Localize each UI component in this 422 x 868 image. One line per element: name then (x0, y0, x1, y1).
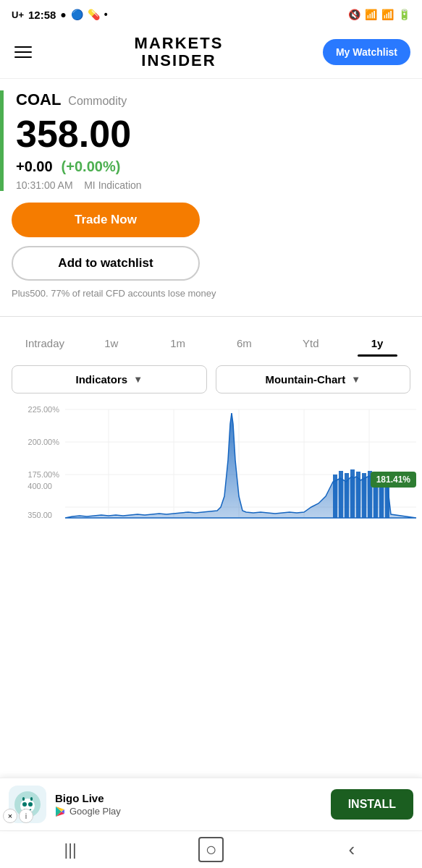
ad-info-button[interactable]: i (19, 809, 33, 823)
svg-rect-17 (350, 469, 355, 518)
ad-banner: Bigo Live Google Play INSTALL (0, 778, 422, 830)
brand-logo: MARKETS INSIDER (135, 35, 224, 69)
asset-info: COAL Commodity 358.00 +0.00 (+0.00%) 10:… (16, 90, 422, 191)
price-change-abs: +0.00 (16, 158, 53, 175)
nav-home-button[interactable]: ○ (140, 831, 281, 868)
price-change-row: +0.00 (+0.00%) (16, 158, 422, 175)
dot-icon: ● (60, 9, 66, 20)
signal-icon: 📶 (381, 9, 394, 20)
ad-info: Bigo Live Google Play (55, 792, 322, 817)
pill-icon: 💊 (88, 9, 100, 20)
nav-back-icon: ‹ (348, 838, 355, 861)
indication-label: MI Indication (84, 179, 141, 191)
tab-1m[interactable]: 1m (145, 331, 211, 357)
time-label: 12:58 (28, 9, 56, 21)
tab-6m[interactable]: 6m (211, 331, 277, 357)
tab-1y[interactable]: 1y (344, 331, 410, 357)
svg-rect-29 (30, 797, 33, 801)
green-indicator-bar (0, 90, 4, 191)
chart-type-label: Mountain-Chart (265, 373, 345, 386)
svg-rect-16 (345, 473, 349, 518)
wifi-icon: 📶 (365, 9, 377, 20)
svg-text:225.00%: 225.00% (28, 405, 60, 414)
price-time: 10:31:00 AM MI Indication (16, 179, 422, 191)
indicators-label: Indicators (75, 373, 127, 386)
chart-area: 225.00% 200.00% 175.00% 400.00 350.00 18… (0, 402, 422, 547)
svg-rect-14 (333, 475, 337, 518)
svg-rect-28 (22, 797, 25, 801)
chart-tabs: Intraday 1w 1m 6m Ytd 1y (0, 323, 422, 357)
svg-rect-15 (339, 471, 343, 518)
status-bar: U+ 12:58 ● 🔵 💊 • 🔇 📶 📶 🔋 (0, 0, 422, 29)
asset-name: COAL (16, 90, 61, 109)
svg-text:400.00: 400.00 (28, 482, 52, 490)
nav-menu-icon: ||| (64, 841, 77, 859)
menu-button[interactable] (12, 43, 35, 61)
chart-type-button[interactable]: Mountain-Chart ▼ (216, 365, 411, 393)
brand-line1: MARKETS (135, 35, 224, 52)
time-value: 10:31:00 AM (16, 179, 73, 191)
asset-section: COAL Commodity 358.00 +0.00 (+0.00%) 10:… (0, 90, 422, 191)
asset-name-row: COAL Commodity (16, 90, 422, 109)
svg-text:175.00%: 175.00% (28, 470, 60, 479)
ad-store-row: Google Play (55, 806, 322, 817)
disclaimer-text: Plus500. 77% of retail CFD accounts lose… (12, 288, 410, 299)
nav-home-icon: ○ (198, 837, 224, 862)
nav-back-button[interactable]: ‹ (282, 831, 422, 868)
add-to-watchlist-button[interactable]: Add to watchlist (12, 246, 200, 281)
tab-intraday[interactable]: Intraday (12, 331, 78, 357)
price-change-pct: (+0.00%) (62, 158, 121, 175)
trade-now-button[interactable]: Trade Now (12, 203, 200, 237)
status-right: 🔇 📶 📶 🔋 (348, 9, 410, 20)
svg-point-26 (22, 802, 27, 807)
install-button[interactable]: INSTALL (331, 789, 413, 820)
ad-store-label: Google Play (69, 806, 121, 817)
hash-icon: 🔵 (71, 9, 83, 20)
nav-menu-button[interactable]: ||| (0, 831, 140, 868)
section-divider (0, 316, 422, 317)
chart-badge: 181.41% (371, 472, 416, 488)
my-watchlist-button[interactable]: My Watchlist (323, 39, 410, 65)
chart-type-chevron-icon: ▼ (351, 374, 360, 385)
brand-line2: INSIDER (135, 52, 224, 69)
google-play-icon (55, 806, 67, 817)
buttons-section: Trade Now Add to watchlist Plus500. 77% … (0, 191, 422, 310)
svg-rect-19 (362, 473, 366, 518)
svg-rect-18 (356, 472, 360, 518)
svg-text:200.00%: 200.00% (28, 438, 60, 446)
ad-app-title: Bigo Live (55, 792, 322, 804)
svg-text:350.00: 350.00 (28, 511, 52, 519)
indicators-button[interactable]: Indicators ▼ (12, 365, 207, 393)
asset-price: 358.00 (16, 115, 422, 153)
dot2-icon: • (104, 9, 108, 20)
status-left: U+ 12:58 ● 🔵 💊 • (12, 9, 108, 21)
asset-type: Commodity (68, 95, 127, 108)
battery-icon: 🔋 (398, 9, 410, 20)
app-header: MARKETS INSIDER My Watchlist (0, 29, 422, 79)
bottom-navigation: ||| ○ ‹ (0, 830, 422, 868)
mute-icon: 🔇 (348, 9, 360, 20)
tab-ytd[interactable]: Ytd (277, 331, 344, 357)
chart-controls: Indicators ▼ Mountain-Chart ▼ (0, 357, 422, 402)
indicators-chevron-icon: ▼ (133, 374, 143, 385)
carrier-label: U+ (12, 9, 24, 20)
tab-1w[interactable]: 1w (78, 331, 145, 357)
svg-point-27 (28, 802, 33, 807)
chart-svg: 225.00% 200.00% 175.00% 400.00 350.00 (0, 402, 422, 547)
ad-close-button[interactable]: × (3, 809, 17, 823)
